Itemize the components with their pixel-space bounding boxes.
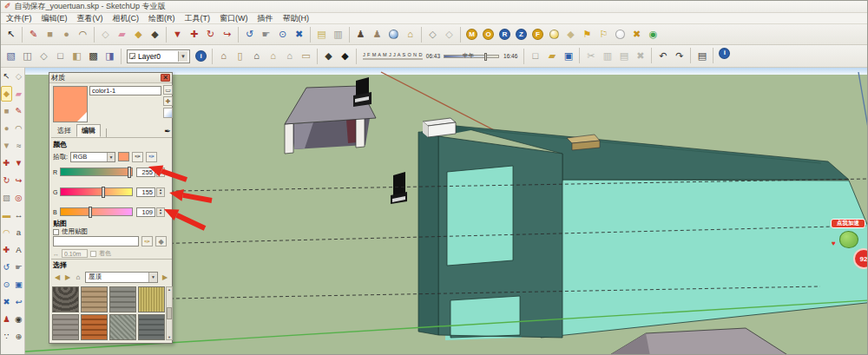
arc-tool-icon[interactable]: ◠	[75, 26, 91, 43]
line-tool-icon[interactable]: ✎	[13, 103, 24, 119]
flag-icon[interactable]: ⚑	[579, 26, 595, 43]
texture-size-input[interactable]	[62, 249, 88, 258]
home-icon[interactable]: ⌂	[73, 272, 83, 283]
tower-opening-back[interactable]	[439, 159, 516, 271]
blue-value-field[interactable]: 109	[136, 207, 155, 217]
polygon-tool-icon[interactable]: ▼	[1, 138, 12, 154]
blue-slider-handle[interactable]	[89, 207, 92, 218]
pushpull-tool-icon[interactable]: ▼	[13, 155, 24, 171]
house-box-icon[interactable]: ⌂	[265, 48, 281, 65]
backedges-style-icon[interactable]: ◫	[19, 48, 36, 65]
menu-item-5[interactable]: 工具(T)	[185, 13, 211, 24]
texture-roof-shingle-gray[interactable]	[52, 314, 79, 340]
tape-measure-icon[interactable]: ▬	[1, 207, 12, 223]
ad-counter-badge[interactable]: 92	[853, 248, 867, 269]
back-arrow-icon[interactable]: ◀	[52, 272, 62, 283]
box-arrow-icon[interactable]: ◆	[562, 26, 579, 43]
delete-icon[interactable]: ✖	[632, 48, 648, 65]
match-screen-icon[interactable]: ✑	[132, 152, 143, 162]
eraser-tool-icon[interactable]: ▰	[114, 26, 130, 43]
move-tool-icon[interactable]: ✚	[1, 155, 12, 171]
plugin-f-icon[interactable]: F	[532, 29, 543, 40]
bowtie-icon[interactable]: ✖	[628, 26, 645, 43]
swirl-icon[interactable]: ◉	[645, 26, 661, 43]
redo-icon[interactable]: ↷	[671, 48, 687, 65]
chevron-down-icon[interactable]: ▼	[148, 273, 157, 282]
close-icon[interactable]: ✕	[161, 74, 170, 82]
default-material-swatch[interactable]	[163, 108, 173, 118]
tab-select[interactable]: 选择	[52, 124, 76, 137]
texture-roof-shingle-dark[interactable]	[52, 286, 79, 312]
texture-grid-scrollbar[interactable]: ▲ ▼	[166, 286, 173, 340]
person-light-icon[interactable]: ♟	[369, 26, 385, 43]
person-icon[interactable]: ♟	[352, 26, 369, 43]
menu-item-3[interactable]: 相机(C)	[113, 13, 140, 24]
orbit-tool-icon[interactable]: ↺	[241, 26, 258, 43]
model-cube-icon[interactable]: ◆	[320, 48, 337, 65]
component-house-icon[interactable]: ⌂	[215, 48, 232, 65]
rotate-tool-icon[interactable]: ↻	[1, 173, 12, 188]
google-earth-icon[interactable]	[389, 30, 398, 39]
undo-icon[interactable]: ↶	[654, 48, 671, 65]
menu-item-2[interactable]: 查看(V)	[77, 13, 103, 24]
red-value-field[interactable]: 255	[136, 168, 155, 177]
shaded-style-icon[interactable]: ◧	[69, 48, 85, 65]
forward-arrow-icon[interactable]: ▶	[62, 272, 73, 283]
zoom-tool-icon[interactable]: ⊙	[1, 277, 12, 293]
texture-roof-slate[interactable]	[138, 314, 165, 340]
menu-item-8[interactable]: 帮助(H)	[283, 13, 310, 24]
red-slider-track[interactable]	[60, 168, 133, 176]
paint-sample-icon[interactable]: ◆	[130, 26, 147, 43]
print-icon[interactable]: ▤	[694, 48, 710, 65]
monochrome-style-icon[interactable]: ◨	[102, 48, 118, 65]
text-tool-icon[interactable]: a	[13, 225, 24, 240]
walk-tool-icon[interactable]: ∵	[1, 329, 12, 345]
blue-slider-track[interactable]	[60, 207, 133, 216]
eraser-tool-icon[interactable]: ▰	[13, 86, 24, 102]
materials-dialog-titlebar[interactable]: 材质 ✕	[49, 73, 172, 83]
texture-roof-tile-orange[interactable]	[81, 314, 108, 340]
scroll-down-icon[interactable]: ▼	[168, 335, 171, 339]
zoom-extents-icon[interactable]: ✖	[291, 26, 307, 43]
select-tool-icon[interactable]: ↖	[1, 69, 12, 84]
rectangle-tool-icon[interactable]: ■	[1, 103, 12, 119]
secondary-pane-icon[interactable]: ▭	[163, 85, 173, 95]
table-leg-right[interactable]	[356, 117, 365, 148]
texture-roof-thatch[interactable]	[138, 286, 165, 312]
ad-badge[interactable]: 点我加速	[831, 219, 865, 228]
update-page-icon[interactable]: ▥	[330, 26, 346, 43]
use-texture-checkbox[interactable]	[53, 229, 59, 235]
menu-item-0[interactable]: 文件(F)	[6, 13, 32, 24]
dimension-tool-icon[interactable]: ↔	[13, 207, 24, 223]
mascot-icon[interactable]	[839, 231, 858, 248]
hiddenline-style-icon[interactable]: □	[52, 48, 69, 65]
textured-style-icon[interactable]: ▩	[85, 48, 102, 65]
zoom-window-icon[interactable]: ▣	[13, 277, 24, 293]
axes-tool-icon[interactable]: ✚	[1, 242, 12, 258]
layer-manager-icon[interactable]: i	[195, 50, 207, 62]
open-file-icon[interactable]: ▰	[543, 48, 560, 65]
rotate-tool-icon[interactable]: ↻	[202, 26, 219, 43]
create-material-icon[interactable]: ✚	[163, 96, 173, 106]
colorize-checkbox[interactable]	[90, 251, 96, 257]
zoom-previous-icon[interactable]: ↩	[13, 294, 24, 310]
box-style2-icon[interactable]: ◇	[441, 26, 457, 43]
3d-text-tool-icon[interactable]: A	[13, 242, 24, 258]
sphere-yellow-icon[interactable]	[549, 30, 559, 39]
material-preview-swatch[interactable]	[53, 86, 88, 122]
make-component-icon[interactable]: ◇	[13, 69, 24, 84]
tab-edit[interactable]: 编辑	[76, 124, 101, 137]
model-cube-dark-icon[interactable]: ◆	[337, 48, 353, 65]
texture-roof-gravel[interactable]	[109, 314, 136, 340]
flag-small-icon[interactable]: ⚐	[595, 26, 612, 43]
panel-icon[interactable]: ▭	[298, 48, 314, 65]
sphere-white-icon[interactable]	[615, 30, 625, 39]
tower-left-face[interactable]	[418, 132, 438, 335]
scrollbar-thumb[interactable]	[167, 307, 172, 319]
box-style-icon[interactable]: ◇	[424, 26, 441, 43]
green-slider-handle[interactable]	[102, 187, 105, 198]
browse-texture-icon[interactable]: ✑	[141, 236, 153, 247]
texture-roof-shingle-tan[interactable]	[81, 286, 108, 312]
plugin-r-icon[interactable]: R	[499, 29, 510, 40]
material-name-input[interactable]	[89, 86, 161, 95]
